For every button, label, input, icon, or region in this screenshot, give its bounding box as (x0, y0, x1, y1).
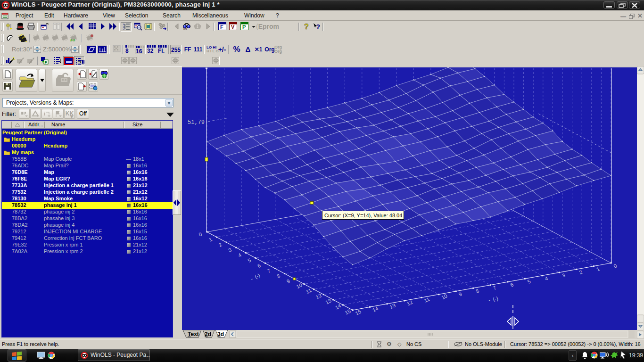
svg-text:Text: Text (188, 331, 199, 337)
svg-text:Cursor: (X=9, Y=14), Value: 48: Cursor: (X=9, Y=14), Value: 48.04 (324, 213, 402, 218)
svg-text:?: ? (304, 23, 309, 31)
svg-text:P: P (242, 24, 246, 30)
svg-text:16: 16 (136, 48, 142, 54)
svg-text:Fl.: Fl. (158, 48, 165, 53)
svg-text:51,79: 51,79 (188, 119, 205, 126)
svg-text:3d: 3d (217, 331, 224, 337)
svg-text:F: F (45, 60, 47, 65)
svg-text:IOI..: IOI.. (183, 28, 189, 31)
svg-text:8: 8 (125, 48, 129, 53)
svg-text:2d: 2d (205, 331, 211, 337)
svg-text:i: i (44, 111, 45, 116)
svg-text:F: F (220, 24, 223, 30)
svg-text:V: V (231, 24, 235, 30)
svg-text:32: 32 (147, 48, 154, 53)
svg-text:#-#: #-# (70, 39, 75, 42)
